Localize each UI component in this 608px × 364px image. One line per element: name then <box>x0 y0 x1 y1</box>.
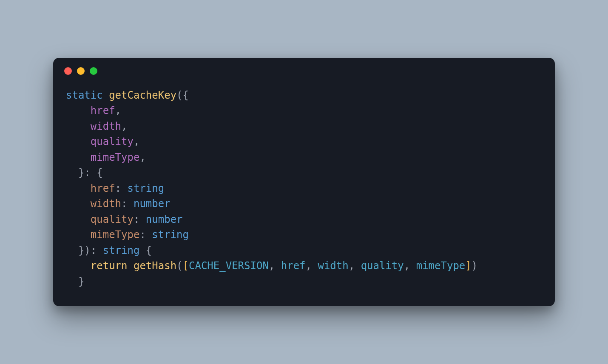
brace-open: { <box>139 245 152 256</box>
type-string: string <box>128 182 165 194</box>
sep: , <box>349 260 361 272</box>
code-window: static getCacheKey({ href, width, qualit… <box>53 58 555 306</box>
ident-href: href <box>281 260 306 272</box>
function-name: getCacheKey <box>109 89 176 101</box>
colon: : <box>115 182 128 194</box>
minimize-icon[interactable] <box>77 67 85 75</box>
return-type: string <box>103 245 140 256</box>
type-number: number <box>146 213 183 225</box>
maximize-icon[interactable] <box>90 67 97 75</box>
comma: , <box>121 120 127 132</box>
param-quality: quality <box>91 136 134 148</box>
ident-quality: quality <box>361 260 404 272</box>
window-titlebar <box>53 58 555 79</box>
typekey-href: href <box>91 182 115 194</box>
keyword-static: static <box>66 89 103 101</box>
space <box>128 260 134 272</box>
colon: : <box>121 198 134 210</box>
punct: }): <box>78 245 103 256</box>
typekey-quality: quality <box>91 213 134 225</box>
ident-width: width <box>318 260 348 272</box>
punct: ({ <box>176 89 189 101</box>
sep: , <box>306 260 318 272</box>
code-block: static getCacheKey({ href, width, qualit… <box>53 79 555 306</box>
paren-close: ) <box>472 260 477 272</box>
typekey-width: width <box>91 198 121 210</box>
param-width: width <box>91 120 121 132</box>
param-mimetype: mimeType <box>91 151 140 163</box>
paren-open: ( <box>176 260 182 272</box>
keyword-return: return <box>91 260 128 272</box>
comma: , <box>134 136 139 148</box>
comma: , <box>115 105 121 117</box>
type-open: }: { <box>78 167 103 179</box>
sep: , <box>269 260 281 272</box>
const-cache-version: CACHE_VERSION <box>189 260 269 272</box>
bracket-open: [ <box>183 260 189 272</box>
call-gethash: getHash <box>134 260 176 272</box>
type-number: number <box>134 198 170 210</box>
typekey-mimetype: mimeType <box>91 229 140 241</box>
colon: : <box>139 229 152 241</box>
colon: : <box>134 213 146 225</box>
param-href: href <box>91 105 115 117</box>
comma: , <box>139 151 145 163</box>
brace-close: } <box>78 276 84 287</box>
ident-mimetype: mimeType <box>416 260 466 272</box>
type-string: string <box>152 229 189 241</box>
close-icon[interactable] <box>64 67 72 75</box>
bracket-close: ] <box>465 260 471 272</box>
sep: , <box>404 260 416 272</box>
